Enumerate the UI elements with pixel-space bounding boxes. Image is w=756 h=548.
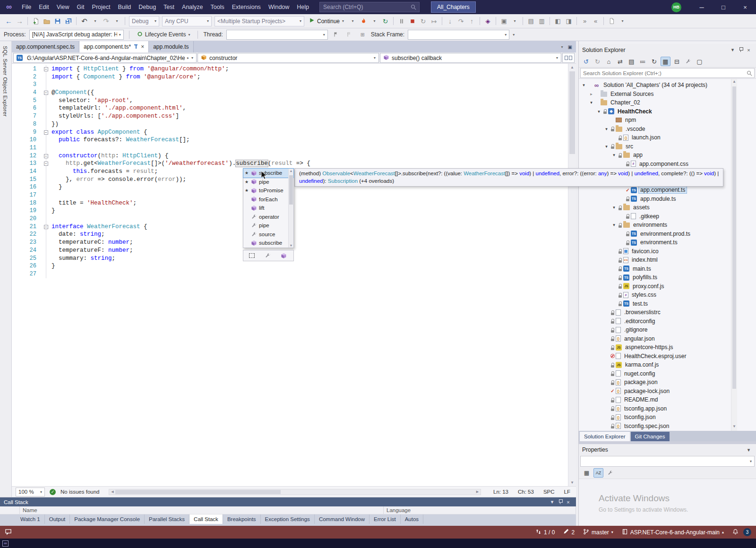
code-line[interactable]: 4−@Component({ — [12, 89, 568, 97]
tree-item[interactable]: TStest.ts — [579, 300, 756, 308]
scroll-up-icon[interactable]: ▲ — [731, 79, 737, 86]
tree-item[interactable]: ✓{}package-lock.json — [579, 387, 756, 396]
window-position-icon[interactable]: ▾ — [548, 499, 556, 505]
callback-combo[interactable]: subscribe() callback ▾ — [380, 53, 561, 63]
continue-button[interactable]: Continue ▾ — [306, 16, 347, 26]
menu-help[interactable]: Help — [293, 0, 313, 14]
tree-item[interactable]: .gitkeep — [579, 212, 756, 221]
tree-item[interactable]: #styles.css — [579, 291, 756, 300]
fold-toggle-icon[interactable]: − — [44, 67, 48, 71]
tab-app-component-ts[interactable]: app.component.ts*× — [79, 41, 149, 52]
scrollbar-thumb[interactable] — [289, 175, 293, 205]
flag-marker-icon[interactable] — [331, 29, 341, 40]
fold-toggle-icon[interactable]: − — [44, 162, 48, 166]
flag-marker-outline-icon[interactable] — [344, 29, 354, 40]
tree-item[interactable]: .browserslistrc — [579, 308, 756, 317]
tree-item[interactable]: ▦favicon.ico — [579, 247, 756, 256]
collapse-arrow-icon[interactable]: ▾ — [611, 205, 617, 210]
tree-item[interactable]: TSmain.ts — [579, 265, 756, 274]
fold-toggle-icon[interactable]: − — [44, 225, 48, 229]
hscroll-thumb[interactable] — [115, 490, 280, 494]
restart-icon[interactable]: ↻ — [380, 16, 390, 26]
lifecycle-events-button[interactable]: Lifecycle Events ▾ — [135, 30, 193, 40]
caret-icon[interactable]: ▾ — [112, 16, 122, 26]
menu-window[interactable]: Window — [265, 0, 293, 14]
code-line[interactable]: 2import { Component } from '@angular/cor… — [12, 73, 568, 81]
undo-icon[interactable]: ↶ — [79, 16, 89, 26]
minimize-button[interactable]: ─ — [691, 0, 713, 14]
preview-icon[interactable]: ▢ — [695, 56, 704, 67]
step-into-icon[interactable]: ↓ — [445, 16, 455, 26]
debug-target-combo[interactable]: Debug▾ — [129, 16, 159, 26]
horizontal-scrollbar[interactable]: ◀ ▶ — [109, 489, 481, 495]
collapse-arrow-icon[interactable]: ▾ — [588, 100, 594, 105]
tab-list-chevron-icon[interactable]: ▾ — [561, 45, 563, 49]
completion-item[interactable]: ★subscribe — [243, 169, 293, 178]
code-line[interactable]: 10 public forecasts?: WeatherForecast[]; — [12, 136, 568, 144]
tool-tab-breakpoints[interactable]: Breakpoints — [223, 514, 261, 524]
hot-reload-icon[interactable] — [359, 16, 369, 26]
caret-icon[interactable]: ▾ — [510, 16, 520, 26]
repo-selector[interactable]: ASP.NET-Core-6-and-Angular-main▴ — [622, 529, 724, 536]
snippet-filter-icon[interactable] — [247, 250, 257, 261]
tool-tab-exception-settings[interactable]: Exception Settings — [261, 514, 315, 524]
open-file-icon[interactable] — [42, 16, 52, 26]
redo-icon[interactable]: ↷ — [101, 16, 111, 26]
stack-frame-combo[interactable]: ▾ — [408, 30, 509, 40]
pending-edits[interactable]: 2 — [563, 529, 575, 536]
code-line[interactable]: 13− http.get<WeatherForecast[]>('/weathe… — [12, 160, 568, 168]
tree-item[interactable]: ▾app — [579, 151, 756, 160]
maximize-button[interactable]: □ — [713, 0, 734, 14]
tree-item[interactable]: .gitignore — [579, 325, 756, 334]
code-line[interactable]: 1−import { HttpClient } from '@angular/c… — [12, 65, 568, 73]
menu-build[interactable]: Build — [114, 0, 135, 14]
save-all-icon[interactable] — [63, 16, 73, 26]
scroll-down-icon[interactable]: ▼ — [289, 244, 293, 247]
tree-item[interactable]: ▸External Sources — [579, 90, 756, 99]
tree-item[interactable]: ▾◈HealthCheck — [579, 107, 756, 116]
doc-icon[interactable] — [607, 16, 617, 26]
popup-scrollbar[interactable]: ▲ ▼ — [288, 169, 293, 248]
member-combo[interactable]: constructor ▾ — [198, 53, 379, 63]
menu-edit[interactable]: Edit — [35, 0, 53, 14]
completion-item[interactable]: ★pipe — [243, 178, 293, 187]
code-line[interactable]: 27 — [12, 270, 568, 278]
file-path-combo[interactable]: TS G:\Angular\ASP.NET-Core-6-and-Angular… — [13, 53, 197, 63]
break-all-icon[interactable] — [396, 16, 406, 26]
tool-tab-package-manager-console[interactable]: Package Manager Console — [70, 514, 145, 524]
column-header-language[interactable]: Language — [384, 506, 576, 514]
collapse-arrow-icon[interactable]: ▾ — [611, 223, 617, 227]
outdent-icon[interactable]: « — [591, 16, 601, 26]
step-out-icon[interactable]: ↑ — [467, 16, 477, 26]
collapse-arrow-icon[interactable]: ▾ — [611, 153, 617, 157]
categorized-icon[interactable]: ▦ — [582, 468, 592, 478]
fold-toggle-icon[interactable]: − — [44, 154, 48, 158]
menu-analyze[interactable]: Analyze — [178, 0, 206, 14]
tree-item[interactable]: TSpolyfills.ts — [579, 273, 756, 282]
files-icon[interactable]: ▤ — [627, 56, 636, 67]
scroll-right-icon[interactable]: ▶ — [474, 490, 481, 494]
completion-item[interactable]: subscribe — [243, 239, 293, 248]
scroll-down-icon[interactable]: ▼ — [731, 424, 737, 430]
se-wrench-icon[interactable] — [683, 56, 693, 67]
tree-item[interactable]: {}tsconfig.app.json — [579, 404, 756, 413]
wrench-filter-icon[interactable] — [263, 250, 273, 261]
tree-scrollbar[interactable]: ▲ ▼ — [731, 79, 737, 431]
menu-project[interactable]: Project — [88, 0, 114, 14]
column-indicator[interactable]: Ch: 53 — [518, 489, 534, 495]
editor-vertical-scrollbar[interactable]: ▲ ▼ — [568, 64, 576, 486]
code-line[interactable]: 3 — [12, 81, 568, 89]
tree-item[interactable]: JSaspnetcore-https.js — [579, 343, 756, 352]
zoom-combo[interactable]: 100 %▾ — [16, 488, 45, 497]
scroll-up-icon[interactable]: ▲ — [568, 64, 576, 71]
tree-item[interactable]: ▾Chapter_02 — [579, 98, 756, 107]
bookmark-prev-icon[interactable]: ◧ — [553, 16, 563, 26]
tree-item[interactable]: {}tsconfig.json — [579, 413, 756, 422]
code-line[interactable]: 11 — [12, 144, 568, 152]
tree-item[interactable]: README.md — [579, 395, 756, 404]
tree-item[interactable]: HealthCheck.esproj.user — [579, 352, 756, 361]
tree-item[interactable]: {}launch.json — [579, 133, 756, 142]
stop-icon[interactable] — [407, 16, 417, 26]
process-combo[interactable]: [N/A] JavaScript debug adapter: H▾ — [29, 30, 124, 40]
cube-filter-icon[interactable] — [279, 250, 289, 261]
